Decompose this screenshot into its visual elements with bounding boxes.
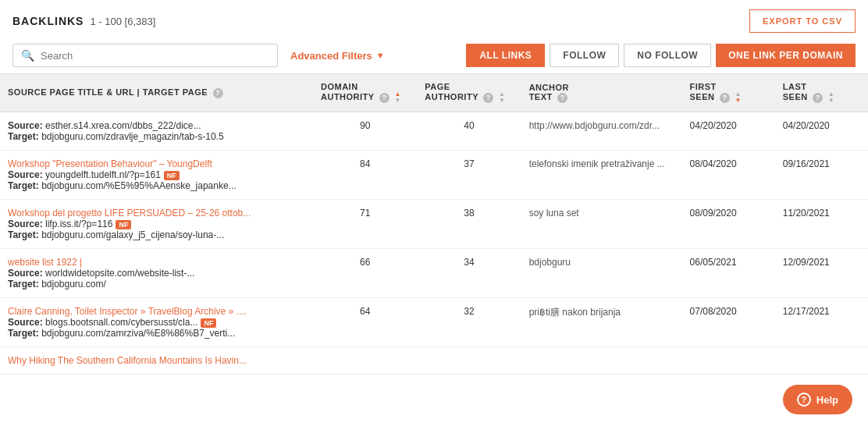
sort-down-icon: ▼: [395, 98, 401, 104]
source-url-line: Source: esther.s14.xrea.com/dbbs_222/dic…: [8, 120, 305, 131]
all-links-button[interactable]: ALL LINKS: [466, 44, 545, 67]
header-title: BACKLINKS 1 - 100 [6,383]: [12, 15, 155, 27]
filter-buttons: ALL LINKS FOLLOW NO FOLLOW ONE LINK PER …: [466, 44, 856, 67]
source-title-link[interactable]: Workshop del progetto LIFE PERSUADED – 2…: [8, 208, 305, 219]
one-link-per-domain-button[interactable]: ONE LINK PER DOMAIN: [716, 44, 856, 67]
target-label: Target:: [8, 328, 41, 339]
table-row: Why Hiking The Southern California Mount…: [0, 347, 868, 375]
domain-authority-cell: 84: [313, 151, 417, 200]
source-url-line: Source: worldwidetopsite.com/website-lis…: [8, 268, 305, 279]
source-page-info-icon[interactable]: ?: [213, 88, 223, 98]
nf-badge: NF: [201, 318, 216, 328]
target-url-line: Target: bdjobguru.com/zdravlje_magazin/t…: [8, 131, 305, 142]
table-wrap: SOURCE PAGE TITLE & URL | TARGET PAGE ? …: [0, 73, 868, 375]
nf-badge: NF: [116, 220, 131, 229]
page-authority-cell: 38: [417, 200, 521, 249]
export-csv-button[interactable]: EXPORT TO CSV: [749, 9, 856, 33]
domain-authority-cell: 90: [313, 112, 417, 151]
first-seen-sort[interactable]: ▲ ▼: [735, 91, 742, 104]
last-seen-info-icon[interactable]: ?: [813, 93, 823, 103]
target-url-line: Target: bdjobguru.com/%E5%95%AAenske_jap…: [8, 180, 305, 191]
col-page-authority: PAGEAUTHORITY ? ▲ ▼: [417, 74, 521, 112]
domain-authority-cell: [313, 347, 417, 375]
source-url-text: worldwidetopsite.com/website-list-...: [45, 268, 194, 279]
anchor-text-cell: bdjobguru: [521, 249, 682, 298]
target-label: Target:: [8, 131, 41, 142]
source-cell: Source: esther.s14.xrea.com/dbbs_222/dic…: [0, 112, 313, 151]
table-row: Workshop del progetto LIFE PERSUADED – 2…: [0, 200, 868, 249]
domain-authority-sort[interactable]: ▲ ▼: [395, 91, 401, 104]
source-title-link[interactable]: Workshop "Presentation Behaviour" – Youn…: [8, 158, 305, 169]
sort-down-icon: ▼: [735, 98, 742, 104]
source-label: Source:: [8, 268, 45, 279]
last-seen-cell: 11/20/2021: [775, 200, 868, 249]
table-body: Source: esther.s14.xrea.com/dbbs_222/dic…: [0, 112, 868, 375]
target-url-text: bdjobguru.com/%E5%95%AAenske_japanke...: [41, 180, 237, 191]
last-seen-cell: 12/09/2021: [775, 249, 868, 298]
anchor-text-cell: telefonski imenik pretraživanje ...: [521, 151, 682, 200]
col-domain-authority: DOMAINAUTHORITY ? ▲ ▼: [313, 74, 417, 112]
source-label: Source:: [8, 317, 45, 328]
table-row: Source: esther.s14.xrea.com/dbbs_222/dic…: [0, 112, 868, 151]
first-seen-cell: 04/20/2020: [682, 112, 775, 151]
domain-authority-cell: 64: [313, 298, 417, 347]
source-url-line: Source: lifp.iss.it/?p=116NF: [8, 219, 305, 229]
source-url-text: youngdelft.tudelft.nl/?p=161: [45, 169, 161, 180]
follow-button[interactable]: FOLLOW: [550, 44, 619, 67]
source-title-link[interactable]: website list 1922 |: [8, 257, 305, 268]
toolbar: 🔍 Advanced Filters ▼ ALL LINKS FOLLOW NO…: [0, 39, 868, 73]
page-authority-cell: [417, 347, 521, 375]
backlinks-label: BACKLINKS: [12, 15, 84, 27]
anchor-text-cell: http://www.bdjobguru.com/zdr...: [521, 112, 682, 151]
domain-authority-cell: 71: [313, 200, 417, 249]
last-seen-cell: 12/17/2021: [775, 298, 868, 347]
backlinks-count: 1 - 100 [6,383]: [90, 16, 155, 27]
no-follow-button[interactable]: NO FOLLOW: [624, 44, 711, 67]
source-title-link[interactable]: Claire Canning, Toilet Inspector » Trave…: [8, 306, 305, 317]
source-label: Source:: [8, 120, 45, 131]
source-cell: Workshop del progetto LIFE PERSUADED – 2…: [0, 200, 313, 249]
col-anchor-text: ANCHORTEXT ?: [521, 74, 682, 112]
advanced-filters-button[interactable]: Advanced Filters ▼: [287, 45, 388, 66]
source-cell: Claire Canning, Toilet Inspector » Trave…: [0, 298, 313, 347]
header: BACKLINKS 1 - 100 [6,383] EXPORT TO CSV: [0, 0, 868, 39]
source-title-link[interactable]: Why Hiking The Southern California Mount…: [8, 355, 305, 366]
first-seen-cell: 06/05/2021: [682, 249, 775, 298]
target-label: Target:: [8, 229, 41, 240]
domain-authority-cell: 66: [313, 249, 417, 298]
col-last-seen: LASTSEEN ? ▲ ▼: [775, 74, 868, 112]
table-row: Claire Canning, Toilet Inspector » Trave…: [0, 298, 868, 347]
source-cell: Workshop "Presentation Behaviour" – Youn…: [0, 151, 313, 200]
page-authority-sort[interactable]: ▲ ▼: [499, 91, 505, 104]
advanced-filters-label: Advanced Filters: [290, 50, 372, 62]
source-label: Source:: [8, 219, 45, 229]
target-url-text: bdjobguru.com/galaxy_j5_cijena/soy-luna-…: [41, 229, 224, 240]
target-url-line: Target: bdjobguru.com/zamrziva/%E8%86%B7…: [8, 328, 305, 339]
col-source-page: SOURCE PAGE TITLE & URL | TARGET PAGE ?: [0, 74, 313, 112]
page-authority-cell: 34: [417, 249, 521, 298]
col-first-seen: FIRSTSEEN ? ▲ ▼: [682, 74, 775, 112]
page-authority-info-icon[interactable]: ?: [483, 93, 493, 103]
page-authority-cell: 40: [417, 112, 521, 151]
last-seen-cell: 04/20/2020: [775, 112, 868, 151]
anchor-text-info-icon[interactable]: ?: [557, 93, 567, 103]
anchor-text-cell: soy luna set: [521, 200, 682, 249]
target-url-line: Target: bdjobguru.com/galaxy_j5_cijena/s…: [8, 229, 305, 240]
sort-down-icon: ▼: [828, 98, 834, 104]
last-seen-sort[interactable]: ▲ ▼: [828, 91, 834, 104]
source-url-line: Source: blogs.bootsnall.com/cybersusst/c…: [8, 317, 305, 328]
sort-down-icon: ▼: [499, 98, 505, 104]
target-url-text: bdjobguru.com/zdravlje_magazin/tab-s-10.…: [41, 131, 223, 142]
anchor-text-cell: [521, 347, 682, 375]
target-url-text: bdjobguru.com/: [41, 279, 106, 290]
source-label: Source:: [8, 169, 45, 180]
first-seen-cell: 08/04/2020: [682, 151, 775, 200]
chevron-down-icon: ▼: [376, 51, 385, 60]
target-url-text: bdjobguru.com/zamrziva/%E8%86%B7_verti..…: [41, 328, 235, 339]
page-authority-cell: 37: [417, 151, 521, 200]
first-seen-cell: 08/09/2020: [682, 200, 775, 249]
first-seen-info-icon[interactable]: ?: [720, 93, 730, 103]
last-seen-cell: [775, 347, 868, 375]
search-input[interactable]: [41, 50, 269, 62]
domain-authority-info-icon[interactable]: ?: [379, 93, 390, 103]
